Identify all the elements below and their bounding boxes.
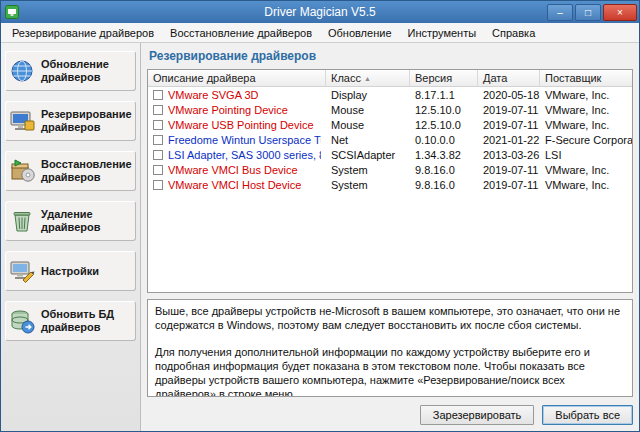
table-row[interactable]: LSI Adapter, SAS 3000 series, 8-port wit… <box>148 147 632 162</box>
menu-tools[interactable]: Инструменты <box>400 24 485 42</box>
menu-bar: Резервирование драйверов Восстановление … <box>1 23 639 43</box>
column-header-vendor[interactable]: Поставщик <box>540 70 632 86</box>
sidebar-item-update-driver-db[interactable]: Обновить БД драйверов <box>5 301 136 341</box>
window-title: Driver Magician V5.5 <box>1 5 639 19</box>
driver-version: 12.5.10.0 <box>410 104 478 116</box>
select-all-button[interactable]: Выбрать все <box>542 405 633 425</box>
table-body: VMware SVGA 3D Display 8.17.1.1 2020-05-… <box>148 87 632 292</box>
driver-vendor: LSI <box>540 149 632 161</box>
driver-description: Freedome Wintun Userspace Tunnel <box>168 134 321 146</box>
row-checkbox[interactable] <box>153 135 163 145</box>
sidebar-item-label: Настройки <box>41 265 99 278</box>
row-checkbox[interactable] <box>153 120 163 130</box>
driver-vendor: VMware, Inc. <box>540 119 632 131</box>
driver-table: Описание драйвера Класс▲ Версия Дата Пос… <box>147 69 633 293</box>
driver-date: 2020-05-18 <box>478 89 540 101</box>
row-checkbox[interactable] <box>153 90 163 100</box>
driver-vendor: VMware, Inc. <box>540 164 632 176</box>
driver-description: LSI Adapter, SAS 3000 series, 8-port wit… <box>168 149 321 161</box>
driver-version: 0.10.0.0 <box>410 134 478 146</box>
sidebar-item-backup-drivers[interactable]: Резервирование драйверов <box>5 101 136 141</box>
row-checkbox[interactable] <box>153 180 163 190</box>
driver-date: 2019-07-11 <box>478 164 540 176</box>
driver-description: VMware SVGA 3D <box>168 89 258 101</box>
sidebar-item-restore-drivers[interactable]: Восстановление драйверов <box>5 151 136 191</box>
close-button[interactable]: × <box>603 4 637 21</box>
driver-version: 9.8.16.0 <box>410 179 478 191</box>
button-row: Зарезервировать Выбрать все <box>147 397 633 425</box>
driver-description: VMware USB Pointing Device <box>168 119 314 131</box>
column-header-class[interactable]: Класс▲ <box>326 70 410 86</box>
sidebar: Обновление драйверов Резервирование драй… <box>1 43 141 431</box>
app-icon <box>5 5 19 19</box>
driver-class: System <box>326 179 410 191</box>
driver-date: 2021-01-22 <box>478 134 540 146</box>
app-window: Driver Magician V5.5 – □ × Резервировани… <box>0 0 640 432</box>
table-row[interactable]: VMware USB Pointing Device Mouse 12.5.10… <box>148 117 632 132</box>
driver-date: 2019-07-11 <box>478 119 540 131</box>
driver-class: Net <box>326 134 410 146</box>
sidebar-item-update-drivers[interactable]: Обновление драйверов <box>5 51 136 91</box>
table-header: Описание драйвера Класс▲ Версия Дата Пос… <box>148 70 632 87</box>
driver-description: VMware Pointing Device <box>168 104 288 116</box>
driver-info-panel: Выше, все драйверы устройств не-Microsof… <box>147 299 633 397</box>
sidebar-item-label: Удаление драйверов <box>41 208 132 233</box>
minimize-button[interactable]: – <box>547 4 573 21</box>
table-row[interactable]: VMware VMCI Bus Device System 9.8.16.0 2… <box>148 162 632 177</box>
column-header-date[interactable]: Дата <box>478 70 540 86</box>
driver-version: 1.34.3.82 <box>410 149 478 161</box>
driver-class: Mouse <box>326 104 410 116</box>
computer-backup-icon <box>9 108 35 134</box>
sidebar-item-label: Обновить БД драйверов <box>41 308 132 333</box>
menu-backup-drivers[interactable]: Резервирование драйверов <box>4 24 162 42</box>
globe-update-icon <box>9 58 35 84</box>
sidebar-item-label: Восстановление драйверов <box>41 158 132 183</box>
driver-date: 2013-03-26 <box>478 149 540 161</box>
menu-help[interactable]: Справка <box>484 24 543 42</box>
column-header-description[interactable]: Описание драйвера <box>148 70 326 86</box>
table-row[interactable]: VMware Pointing Device Mouse 12.5.10.0 2… <box>148 102 632 117</box>
driver-description: VMware VMCI Host Device <box>168 179 301 191</box>
info-paragraph: Для получения дополнительной информации … <box>155 345 625 397</box>
table-row[interactable]: Freedome Wintun Userspace Tunnel Net 0.1… <box>148 132 632 147</box>
driver-vendor: VMware, Inc. <box>540 104 632 116</box>
menu-update[interactable]: Обновление <box>320 24 400 42</box>
driver-vendor: VMware, Inc. <box>540 179 632 191</box>
driver-vendor: F-Secure Corporation <box>540 134 632 146</box>
recycle-bin-icon <box>9 208 35 234</box>
backup-button[interactable]: Зарезервировать <box>420 405 535 425</box>
row-checkbox[interactable] <box>153 150 163 160</box>
table-row[interactable]: VMware VMCI Host Device System 9.8.16.0 … <box>148 177 632 192</box>
menu-restore-drivers[interactable]: Восстановление драйверов <box>162 24 320 42</box>
database-update-icon <box>9 308 35 334</box>
driver-date: 2019-07-11 <box>478 179 540 191</box>
sidebar-item-settings[interactable]: Настройки <box>5 251 136 291</box>
title-bar[interactable]: Driver Magician V5.5 – □ × <box>1 1 639 23</box>
main-panel: Резервирование драйверов Описание драйве… <box>141 43 639 431</box>
driver-class: Mouse <box>326 119 410 131</box>
sidebar-item-label: Резервирование драйверов <box>41 108 132 133</box>
row-checkbox[interactable] <box>153 105 163 115</box>
driver-version: 9.8.16.0 <box>410 164 478 176</box>
driver-version: 12.5.10.0 <box>410 119 478 131</box>
driver-class: Display <box>326 89 410 101</box>
sidebar-item-label: Обновление драйверов <box>41 58 132 83</box>
driver-vendor: VMware, Inc. <box>540 89 632 101</box>
sidebar-item-delete-drivers[interactable]: Удаление драйверов <box>5 201 136 241</box>
info-paragraph: Выше, все драйверы устройств не-Microsof… <box>155 304 625 333</box>
driver-version: 8.17.1.1 <box>410 89 478 101</box>
driver-class: System <box>326 164 410 176</box>
page-title: Резервирование драйверов <box>147 47 633 69</box>
row-checkbox[interactable] <box>153 165 163 175</box>
driver-date: 2019-07-11 <box>478 104 540 116</box>
column-header-version[interactable]: Версия <box>410 70 478 86</box>
driver-class: SCSIAdapter <box>326 149 410 161</box>
sort-ascending-icon: ▲ <box>364 75 371 82</box>
restore-box-icon <box>9 158 35 184</box>
driver-description: VMware VMCI Bus Device <box>168 164 298 176</box>
settings-monitor-icon <box>9 258 35 284</box>
table-row[interactable]: VMware SVGA 3D Display 8.17.1.1 2020-05-… <box>148 87 632 102</box>
maximize-button[interactable]: □ <box>575 4 601 21</box>
